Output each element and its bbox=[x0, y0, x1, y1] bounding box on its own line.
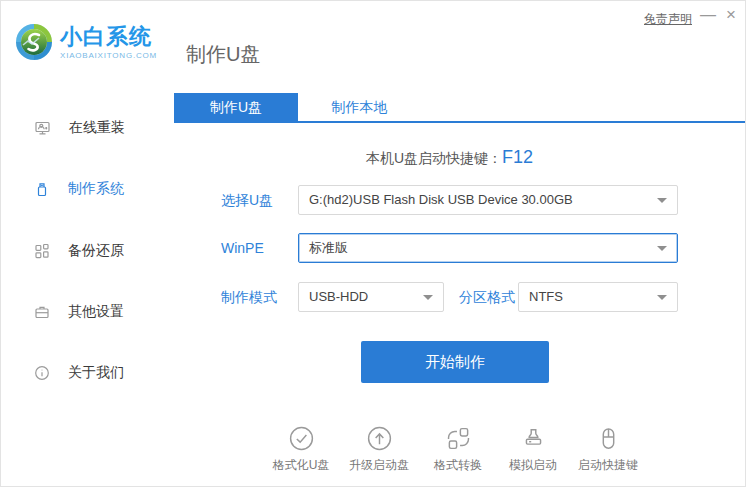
settings-case-icon bbox=[34, 304, 50, 320]
boot-hotkey-value: F12 bbox=[502, 147, 533, 167]
usb-select-dropdown[interactable]: G:(hd2)USB Flash Disk USB Device 30.00GB bbox=[298, 185, 678, 215]
brand-text: 小白系统 XIAOBAIXITONG.COM bbox=[60, 25, 157, 60]
tool-label: 模拟启动 bbox=[509, 457, 557, 474]
chevron-down-icon bbox=[423, 295, 433, 300]
sidebar-item-about-us[interactable]: 关于我们 bbox=[34, 358, 124, 388]
tab-make-usb[interactable]: 制作U盘 bbox=[174, 93, 298, 123]
brand-logo-icon bbox=[14, 22, 54, 62]
make-mode-dropdown[interactable]: USB-HDD bbox=[298, 282, 444, 312]
brand-domain: XIAOBAIXITONG.COM bbox=[60, 51, 157, 60]
tab-underline bbox=[174, 121, 746, 123]
sidebar-item-label: 其他设置 bbox=[68, 303, 124, 321]
tool-format-convert[interactable]: 格式转换 bbox=[421, 425, 495, 474]
monitor-reinstall-icon bbox=[34, 120, 51, 136]
tool-format-usb[interactable]: 格式化U盘 bbox=[264, 425, 338, 474]
sidebar-item-other-settings[interactable]: 其他设置 bbox=[34, 297, 124, 327]
upgrade-boot-icon bbox=[366, 425, 393, 452]
usb-select-label: 选择U盘 bbox=[221, 185, 273, 215]
tool-simulate-boot[interactable]: 模拟启动 bbox=[496, 425, 570, 474]
sidebar-item-make-system[interactable]: 制作系统 bbox=[34, 174, 124, 204]
tool-upgrade-boot-disk[interactable]: 升级启动盘 bbox=[342, 425, 416, 474]
brand-name: 小白系统 bbox=[60, 25, 157, 49]
boot-hotkey-icon bbox=[595, 425, 622, 452]
boot-hotkey-label: 本机U盘启动快捷键： bbox=[366, 150, 502, 166]
winpe-value: 标准版 bbox=[309, 240, 348, 255]
chevron-down-icon bbox=[657, 246, 667, 251]
sidebar-item-online-reinstall[interactable]: 在线重装 bbox=[34, 113, 125, 143]
start-make-button[interactable]: 开始制作 bbox=[361, 341, 549, 383]
tool-label: 格式转换 bbox=[434, 457, 482, 474]
simulate-boot-icon bbox=[520, 425, 547, 452]
sidebar-item-backup-restore[interactable]: 备份还原 bbox=[34, 236, 124, 266]
backup-restore-icon bbox=[34, 243, 50, 259]
tool-label: 升级启动盘 bbox=[349, 457, 409, 474]
partition-format-value: NTFS bbox=[529, 289, 563, 304]
sidebar-item-label: 在线重装 bbox=[69, 119, 125, 137]
close-button[interactable]: × bbox=[726, 5, 736, 25]
tool-boot-hotkey[interactable]: 启动快捷键 bbox=[571, 425, 645, 474]
chevron-down-icon bbox=[657, 198, 667, 203]
usb-drive-icon bbox=[34, 181, 50, 198]
winpe-dropdown[interactable]: 标准版 bbox=[298, 233, 678, 263]
tool-label: 格式化U盘 bbox=[273, 457, 330, 474]
app-window: 小白系统 XIAOBAIXITONG.COM 制作U盘 免责声明 — × 在线重… bbox=[0, 0, 746, 487]
format-usb-icon bbox=[288, 425, 315, 452]
tool-label: 启动快捷键 bbox=[578, 457, 638, 474]
boot-hotkey-line: 本机U盘启动快捷键：F12 bbox=[221, 147, 678, 171]
usb-select-value: G:(hd2)USB Flash Disk USB Device 30.00GB bbox=[309, 192, 573, 207]
partition-format-dropdown[interactable]: NTFS bbox=[518, 282, 678, 312]
sidebar-item-label: 备份还原 bbox=[68, 242, 124, 260]
make-mode-label: 制作模式 bbox=[221, 282, 277, 312]
tab-make-local[interactable]: 制作本地 bbox=[298, 93, 421, 123]
info-icon bbox=[34, 365, 50, 381]
sidebar-item-label: 制作系统 bbox=[68, 180, 124, 198]
format-convert-icon bbox=[445, 425, 472, 452]
disclaimer-link[interactable]: 免责声明 bbox=[644, 11, 692, 28]
chevron-down-icon bbox=[657, 295, 667, 300]
partition-format-label: 分区格式 bbox=[459, 282, 515, 312]
sidebar-item-label: 关于我们 bbox=[68, 364, 124, 382]
minimize-button[interactable]: — bbox=[700, 5, 716, 25]
winpe-label: WinPE bbox=[221, 233, 264, 263]
page-title: 制作U盘 bbox=[186, 41, 260, 68]
app-logo: 小白系统 XIAOBAIXITONG.COM bbox=[14, 22, 157, 62]
make-mode-value: USB-HDD bbox=[309, 289, 368, 304]
